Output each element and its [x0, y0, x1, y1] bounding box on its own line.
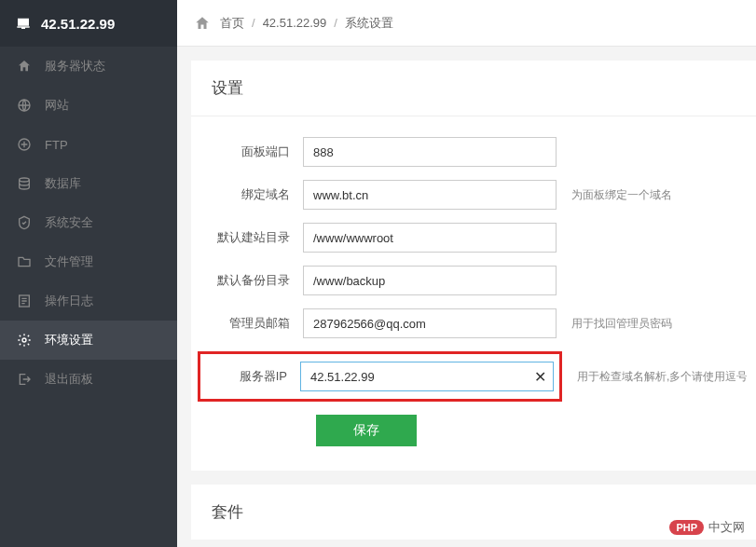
clear-icon[interactable]: ✕ — [534, 368, 546, 386]
php-badge: PHP — [669, 520, 704, 535]
input-email[interactable] — [303, 308, 557, 338]
brand-title: 42.51.22.99 — [41, 16, 115, 32]
sidebar-item-label: FTP — [45, 138, 68, 152]
panel-title: 设置 — [191, 61, 756, 116]
sidebar-item-files[interactable]: 文件管理 — [0, 242, 177, 281]
row-ip: 服务器IP ✕ 用于检查域名解析,多个请使用逗号隔 — [200, 351, 747, 402]
app-root: 42.51.22.99 服务器状态 网站 FTP 数据库 — [0, 0, 756, 547]
breadcrumb-sep: / — [334, 16, 337, 30]
settings-panel: 设置 面板端口 绑定域名 为面板绑定一个域名 默认建站目录 — [191, 61, 756, 471]
input-port[interactable] — [303, 137, 557, 167]
row-site: 默认建站目录 — [200, 223, 747, 253]
input-backup[interactable] — [303, 266, 557, 295]
ftp-icon — [17, 137, 32, 152]
label-email: 管理员邮箱 — [200, 315, 303, 332]
sidebar-item-logs[interactable]: 操作日志 — [0, 281, 177, 321]
folder-icon — [17, 254, 32, 269]
sidebar-item-label: 服务器状态 — [45, 58, 105, 75]
brand-bar: 42.51.22.99 — [0, 0, 177, 47]
sidebar-item-security[interactable]: 系统安全 — [0, 203, 177, 242]
hint-domain: 为面板绑定一个域名 — [571, 187, 672, 203]
sidebar-item-label: 系统安全 — [45, 214, 93, 231]
dashboard-icon — [17, 59, 32, 74]
breadcrumb-sep: / — [252, 16, 255, 30]
globe-icon — [17, 98, 32, 113]
input-wrap-ip: ✕ — [300, 362, 554, 391]
sidebar-item-exit[interactable]: 退出面板 — [0, 360, 177, 399]
input-site[interactable] — [303, 223, 557, 253]
highlight-box: 服务器IP ✕ — [198, 351, 562, 402]
sidebar: 42.51.22.99 服务器状态 网站 FTP 数据库 — [0, 0, 177, 547]
svg-point-4 — [22, 338, 26, 342]
database-icon — [17, 176, 32, 191]
row-domain: 绑定域名 为面板绑定一个域名 — [200, 180, 747, 210]
row-backup: 默认备份目录 — [200, 266, 747, 295]
home-icon — [194, 15, 211, 32]
label-ip: 服务器IP — [200, 368, 300, 385]
label-site: 默认建站目录 — [200, 229, 303, 246]
save-button[interactable]: 保存 — [316, 415, 417, 446]
shield-icon — [17, 215, 32, 230]
sidebar-item-label: 环境设置 — [45, 332, 93, 349]
hint-email: 用于找回管理员密码 — [571, 316, 672, 332]
main-area: 首页 / 42.51.22.99 / 系统设置 设置 面板端口 绑定域名 为面板… — [177, 0, 756, 547]
log-icon — [17, 294, 32, 308]
sidebar-item-settings[interactable]: 环境设置 — [0, 321, 177, 360]
sidebar-item-web[interactable]: 网站 — [0, 86, 177, 125]
label-backup: 默认备份目录 — [200, 272, 303, 289]
sidebar-item-status[interactable]: 服务器状态 — [0, 47, 177, 86]
label-port: 面板端口 — [200, 144, 303, 160]
sidebar-item-label: 文件管理 — [45, 253, 93, 270]
footer-text: 中文网 — [708, 519, 745, 536]
breadcrumb-page: 系统设置 — [345, 15, 393, 32]
svg-point-2 — [20, 178, 30, 182]
footer-brand: PHP 中文网 — [669, 519, 745, 536]
sidebar-item-db[interactable]: 数据库 — [0, 164, 177, 203]
sidebar-item-label: 操作日志 — [45, 293, 93, 309]
row-port: 面板端口 — [200, 137, 747, 167]
input-ip[interactable] — [300, 362, 554, 391]
breadcrumb-home[interactable]: 首页 — [220, 15, 244, 32]
sidebar-item-ftp[interactable]: FTP — [0, 125, 177, 164]
panel-body: 面板端口 绑定域名 为面板绑定一个域名 默认建站目录 默认备份目录 — [191, 116, 756, 471]
row-email: 管理员邮箱 用于找回管理员密码 — [200, 308, 747, 338]
sidebar-item-label: 网站 — [45, 97, 69, 114]
hint-ip: 用于检查域名解析,多个请使用逗号隔 — [577, 369, 747, 385]
breadcrumb-ip[interactable]: 42.51.22.99 — [263, 16, 327, 30]
sidebar-item-label: 退出面板 — [45, 371, 93, 388]
gear-icon — [17, 333, 32, 348]
label-domain: 绑定域名 — [200, 186, 303, 203]
input-domain[interactable] — [303, 180, 557, 210]
breadcrumb: 首页 / 42.51.22.99 / 系统设置 — [177, 0, 756, 47]
sidebar-item-label: 数据库 — [45, 175, 81, 192]
monitor-icon — [15, 16, 32, 31]
exit-icon — [17, 372, 32, 387]
